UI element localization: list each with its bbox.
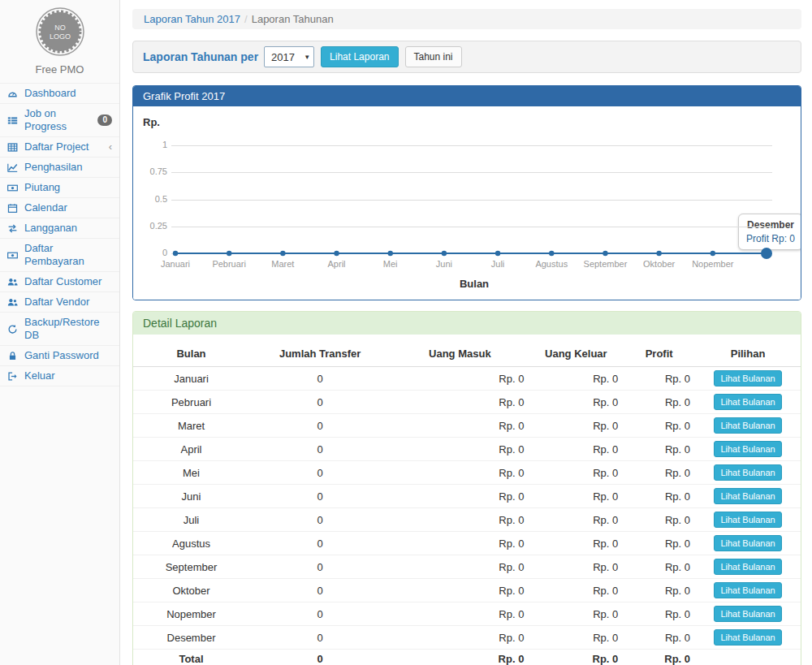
year-select[interactable]: 2017 (264, 46, 314, 67)
lock-icon (7, 351, 21, 361)
sidebar-item-label: Calendar (24, 201, 67, 214)
lihat-bulanan-button[interactable]: Lihat Bulanan (714, 370, 781, 386)
page: NO LOGO Free PMO DashboardJob on Progres… (0, 0, 812, 665)
cell-profit: Rp. 0 (623, 602, 695, 626)
cell-pilihan: Lihat Bulanan (695, 532, 801, 555)
no-logo-icon: NO LOGO (35, 6, 85, 57)
lihat-bulanan-button[interactable]: Lihat Bulanan (714, 582, 781, 598)
cell-uang-keluar: Rp. 0 (529, 555, 623, 579)
dashboard-icon (7, 89, 18, 99)
sidebar-item-daftar-vendor[interactable]: Daftar Vendor (0, 291, 119, 312)
tahun-ini-button[interactable]: Tahun ini (405, 46, 462, 67)
chart-data-point[interactable] (495, 251, 500, 256)
chart-line-icon (7, 162, 18, 173)
cell-profit: Rp. 0 (623, 391, 695, 414)
lihat-bulanan-button[interactable]: Lihat Bulanan (714, 394, 781, 410)
sidebar-item-piutang[interactable]: Piutang (0, 177, 119, 197)
sidebar-item-daftar-project[interactable]: Daftar Project‹ (0, 136, 119, 157)
chart-data-point[interactable] (173, 251, 178, 256)
cell-pilihan: Lihat Bulanan (695, 602, 801, 626)
lihat-laporan-button[interactable]: Lihat Laporan (321, 46, 398, 67)
cell-uang-masuk: Rp. 0 (391, 391, 529, 414)
chart-y-tick-label: 0.25 (133, 221, 167, 231)
sidebar-item-langganan[interactable]: Langganan (0, 218, 119, 238)
table-row: Mei0Rp. 0Rp. 0Rp. 0Lihat Bulanan (133, 461, 801, 485)
money-icon (7, 250, 18, 261)
lihat-bulanan-button[interactable]: Lihat Bulanan (714, 629, 781, 646)
calendar-icon (7, 203, 18, 214)
lihat-bulanan-button[interactable]: Lihat Bulanan (714, 441, 781, 457)
chart-y-tick-label: 0.5 (133, 194, 167, 204)
chart-data-point[interactable] (656, 251, 661, 256)
cell-uang-masuk: Rp. 0 (391, 508, 529, 532)
column-header-uang-masuk: Uang Masuk (391, 341, 529, 367)
breadcrumb-active: Laporan Tahunan (252, 13, 334, 25)
sidebar-item-backup-restore-db[interactable]: Backup/Restore DB (0, 312, 119, 345)
detail-panel-title: Detail Laporan (133, 312, 801, 335)
cell-pilihan (695, 650, 801, 665)
lihat-bulanan-button[interactable]: Lihat Bulanan (714, 464, 781, 481)
cell-pilihan: Lihat Bulanan (695, 626, 801, 650)
cell-uang-keluar: Rp. 0 (529, 414, 623, 438)
breadcrumb-separator: / (240, 13, 252, 25)
users-icon (7, 277, 18, 287)
column-header-pilihan: Pilihan (695, 341, 801, 367)
cell-profit: Rp. 0 (623, 485, 695, 508)
chart-data-point[interactable] (227, 251, 231, 256)
cell-jumlah-transfer: 0 (249, 650, 391, 665)
refresh-icon (7, 324, 18, 335)
lihat-bulanan-button[interactable]: Lihat Bulanan (714, 512, 781, 528)
cell-uang-masuk: Rp. 0 (391, 485, 529, 508)
cell-jumlah-transfer: 0 (249, 485, 391, 508)
sidebar-item-ganti-password[interactable]: Ganti Password (0, 345, 119, 365)
column-header-jumlah-transfer: Jumlah Transfer (249, 341, 391, 367)
cell-profit: Rp. 0 (623, 532, 695, 555)
chart-line-icon (7, 162, 21, 173)
chart-data-point[interactable] (761, 248, 772, 259)
chart-data-point[interactable] (710, 251, 715, 256)
sidebar-item-label: Backup/Restore DB (24, 316, 112, 342)
sidebar-item-job-on-progress[interactable]: Job on Progress0 (0, 103, 119, 136)
cell-uang-keluar: Rp. 0 (529, 626, 623, 650)
dashboard-icon (7, 89, 21, 99)
chart-data-point[interactable] (549, 251, 554, 256)
table-row: Maret0Rp. 0Rp. 0Rp. 0Lihat Bulanan (133, 414, 801, 438)
sidebar-item-penghasilan[interactable]: Penghasilan (0, 157, 119, 177)
lihat-bulanan-button[interactable]: Lihat Bulanan (714, 417, 781, 434)
sidebar-item-dashboard[interactable]: Dashboard (0, 83, 119, 103)
sidebar-item-daftar-customer[interactable]: Daftar Customer (0, 271, 119, 291)
chart-data-point[interactable] (388, 251, 393, 256)
sidebar-item-keluar[interactable]: Keluar (0, 365, 119, 386)
chart-data-point[interactable] (334, 251, 339, 256)
cell-pilihan: Lihat Bulanan (695, 461, 801, 485)
report-table: BulanJumlah TransferUang MasukUang Kelua… (133, 341, 801, 665)
cell-bulan: Pebruari (133, 391, 249, 414)
sidebar-item-calendar[interactable]: Calendar (0, 197, 119, 218)
sidebar-item-daftar-pembayaran[interactable]: Daftar Pembayaran (0, 238, 119, 271)
report-table-header-row: BulanJumlah TransferUang MasukUang Kelua… (133, 341, 801, 367)
chart-data-point[interactable] (603, 251, 607, 256)
sidebar-item-label: Keluar (24, 369, 55, 382)
lihat-bulanan-button[interactable]: Lihat Bulanan (714, 535, 781, 551)
cell-jumlah-transfer: 0 (249, 626, 391, 650)
sidebar-item-label: Daftar Vendor (24, 296, 89, 309)
cell-pilihan: Lihat Bulanan (695, 367, 801, 391)
chart-data-point[interactable] (442, 251, 447, 256)
lihat-bulanan-button[interactable]: Lihat Bulanan (714, 606, 781, 622)
cell-jumlah-transfer: 0 (249, 461, 391, 485)
lihat-bulanan-button[interactable]: Lihat Bulanan (714, 559, 781, 575)
table-row: Pebruari0Rp. 0Rp. 0Rp. 0Lihat Bulanan (133, 391, 801, 414)
chart-y-tick-label: 0.75 (133, 166, 167, 176)
sidebar-nav: DashboardJob on Progress0Daftar Project‹… (0, 83, 119, 386)
table-row: Nopember0Rp. 0Rp. 0Rp. 0Lihat Bulanan (133, 602, 801, 626)
chart-x-tick-label: Nopember (680, 259, 745, 269)
money-icon (7, 183, 18, 193)
cell-pilihan: Lihat Bulanan (695, 438, 801, 461)
lihat-bulanan-button[interactable]: Lihat Bulanan (714, 488, 781, 504)
cell-bulan: Agustus (133, 532, 249, 555)
table-row: September0Rp. 0Rp. 0Rp. 0Lihat Bulanan (133, 555, 801, 579)
cell-bulan: Oktober (133, 579, 249, 602)
profit-line-chart: Rp. Bulan Desember Profit Rp: 0 10.750.5… (133, 106, 801, 300)
chart-data-point[interactable] (280, 251, 285, 256)
breadcrumb-link-laporan-tahun[interactable]: Laporan Tahun 2017 (144, 13, 240, 25)
